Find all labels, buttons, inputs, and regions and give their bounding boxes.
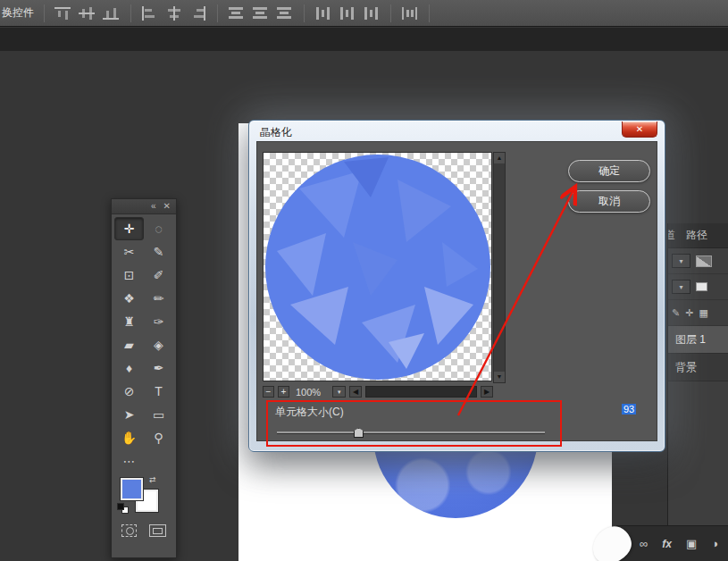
layers-dock: 通道 路径 ▾ ▾ ✎ ✛ ▦ 图层 1 背景: [667, 223, 728, 561]
color-swatches: ⇄: [119, 476, 169, 517]
toolbox-footer: [112, 524, 176, 537]
show-transform-controls-label[interactable]: 换控件: [0, 5, 38, 21]
zoom-tool[interactable]: ⚲: [144, 426, 173, 449]
distribute-spacing-group: [397, 6, 423, 21]
divider: [217, 4, 218, 22]
distribute-top-edges-icon[interactable]: [228, 6, 246, 21]
zoom-level: 100%: [296, 387, 321, 398]
eraser-tool[interactable]: ▰: [114, 333, 144, 356]
crystallized-preview-image: [264, 153, 492, 381]
lock-move-icon[interactable]: ✛: [685, 308, 693, 318]
filter-preview[interactable]: [263, 152, 492, 381]
healing-brush-tool[interactable]: ❖: [114, 287, 144, 310]
move-tool[interactable]: ✛: [114, 217, 144, 240]
photoshop-app: 换控件: [0, 0, 728, 561]
align-horizontal-centers-icon[interactable]: [165, 6, 183, 21]
preview-vertical-scrollbar[interactable]: ▲ ▼: [493, 152, 506, 383]
fill-swatch-icon: [696, 282, 707, 291]
polygonal-lasso-tool[interactable]: ✂: [114, 240, 144, 264]
blend-mode-row: ▾: [668, 248, 728, 274]
lock-row: ✎ ✛ ▦: [668, 300, 728, 326]
distribute-vertical-group: [223, 6, 298, 21]
tab-channels[interactable]: 通道: [667, 228, 675, 243]
distribute-horizontal-group: [310, 6, 385, 21]
zoom-menu-dropdown[interactable]: ▾: [332, 386, 346, 398]
swap-colors-icon[interactable]: ⇄: [149, 475, 156, 484]
scroll-up-icon[interactable]: ▲: [494, 153, 505, 163]
screen-mode-icon[interactable]: [149, 524, 166, 537]
layer-effects-icon[interactable]: fx: [662, 538, 672, 550]
lock-brush-icon[interactable]: ✎: [672, 308, 680, 318]
dodge-tool[interactable]: ⊘: [114, 380, 144, 403]
panel-tab-bar: 通道 路径: [668, 223, 728, 248]
crop-tool[interactable]: ⊡: [114, 264, 144, 287]
divider: [130, 4, 131, 22]
lock-all-icon[interactable]: ▦: [699, 308, 707, 318]
divider: [429, 4, 430, 22]
cell-size-input[interactable]: 93: [622, 404, 636, 414]
align-vertical-group: [50, 6, 125, 21]
quick-selection-tool[interactable]: ✎: [144, 240, 173, 264]
quick-mask-mode-icon[interactable]: [121, 524, 137, 537]
type-tool[interactable]: T: [144, 380, 173, 403]
link-layers-icon[interactable]: ∞: [640, 537, 648, 550]
history-brush-tool[interactable]: ✑: [144, 310, 173, 333]
scroll-left-icon[interactable]: ◀: [349, 386, 362, 398]
distribute-horizontal-centers-icon[interactable]: [339, 6, 356, 21]
dialog-title: 晶格化: [260, 125, 292, 140]
tools-panel-header[interactable]: « ✕: [112, 199, 176, 214]
path-selection-tool[interactable]: ➤: [114, 403, 144, 426]
default-colors-icon[interactable]: [117, 503, 130, 514]
elliptical-marquee-tool[interactable]: ◌: [144, 217, 173, 240]
tools-panel: « ✕ ✛ ◌ ✂ ✎ ⊡ ✐ ❖ ✏ ♜ ✑ ▰ ◈ ♦ ✒ ⊘ T ➤ ▭ …: [111, 198, 177, 558]
image-thumbnail-icon: [696, 255, 712, 267]
close-panel-icon[interactable]: ✕: [163, 202, 171, 211]
layers-panel-footer: ∞ fx ▣ ◑: [616, 525, 728, 561]
scroll-right-icon[interactable]: ▶: [481, 386, 493, 398]
tools-grid: ✛ ◌ ✂ ✎ ⊡ ✐ ❖ ✏ ♜ ✑ ▰ ◈ ♦ ✒ ⊘ T ➤ ▭ ✋ ⚲ …: [112, 214, 176, 473]
distribute-vertical-centers-icon[interactable]: [252, 6, 270, 21]
blur-tool[interactable]: ♦: [114, 356, 144, 380]
distribute-bottom-edges-icon[interactable]: [276, 6, 294, 21]
preview-horizontal-scrollbar[interactable]: [365, 386, 477, 398]
opacity-dropdown[interactable]: ▾: [672, 280, 690, 294]
zoom-in-button[interactable]: +: [278, 386, 289, 398]
foreground-color-swatch[interactable]: [121, 478, 143, 500]
adjustment-layer-icon[interactable]: ◑: [711, 537, 718, 550]
preview-zoom-bar: − + 100% ▾ ◀ ▶: [263, 385, 493, 398]
layer-row-background[interactable]: 背景: [668, 354, 728, 381]
rectangle-shape-tool[interactable]: ▭: [144, 403, 173, 426]
pen-tool[interactable]: ✒: [144, 356, 173, 380]
ok-button[interactable]: 确定: [568, 160, 650, 182]
divider: [44, 4, 45, 22]
align-bottom-edges-icon[interactable]: [103, 6, 121, 21]
dialog-close-button[interactable]: ✕: [622, 121, 657, 138]
divider: [390, 4, 391, 22]
empty-cell: [144, 449, 173, 473]
blend-mode-dropdown[interactable]: ▾: [672, 254, 690, 268]
align-right-edges-icon[interactable]: [189, 6, 207, 21]
dock-strip: [0, 28, 728, 51]
clone-stamp-tool[interactable]: ♜: [114, 310, 144, 333]
scroll-down-icon[interactable]: ▼: [494, 372, 505, 382]
layer-mask-icon[interactable]: ▣: [686, 537, 697, 550]
layer-row-layer1[interactable]: 图层 1: [668, 326, 728, 354]
align-top-edges-icon[interactable]: [54, 6, 72, 21]
collapse-panel-icon[interactable]: «: [151, 202, 156, 211]
eyedropper-tool[interactable]: ✐: [144, 264, 173, 287]
align-left-edges-icon[interactable]: [141, 6, 159, 21]
zoom-out-button[interactable]: −: [263, 386, 274, 398]
hand-tool[interactable]: ✋: [114, 426, 144, 449]
divider: [304, 4, 305, 22]
gradient-tool[interactable]: ◈: [144, 333, 173, 356]
tab-paths[interactable]: 路径: [686, 228, 707, 243]
distribute-spacing-icon[interactable]: [401, 6, 419, 21]
distribute-right-edges-icon[interactable]: [363, 6, 381, 21]
align-vertical-centers-icon[interactable]: [79, 6, 96, 21]
more-tools-button[interactable]: ⋯: [114, 449, 144, 473]
dialog-body: ▲ ▼ − + 100% ▾ ◀ ▶ 单元格大小(C) 93 确定 取消: [256, 141, 657, 441]
crystallize-dialog: 晶格化 ✕: [248, 120, 665, 452]
cancel-button[interactable]: 取消: [568, 190, 650, 213]
brush-tool[interactable]: ✏: [144, 287, 173, 310]
distribute-left-edges-icon[interactable]: [314, 6, 332, 21]
